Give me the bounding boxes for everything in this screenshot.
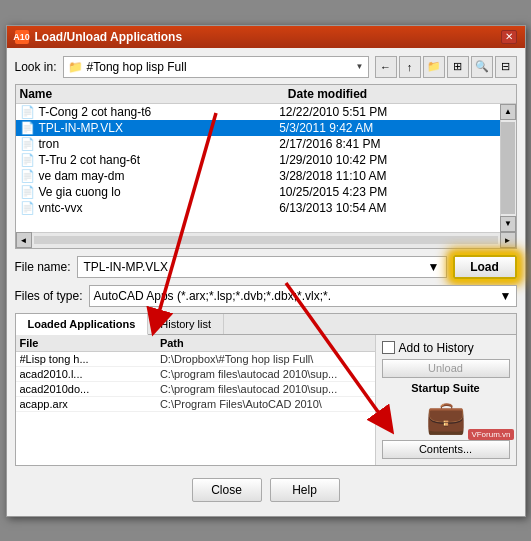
app-icon: A10 (15, 30, 29, 44)
filetype-label: Files of type: (15, 289, 83, 303)
close-button[interactable]: Close (192, 478, 262, 502)
loaded-apps-panel: File Path #Lisp tong h... D:\Dropbox\#To… (16, 335, 376, 465)
loaded-col-path: Path (160, 337, 371, 349)
file-icon: 📄 (20, 185, 35, 199)
loaded-col-file: File (20, 337, 160, 349)
file-list-rows: 📄T-Cong 2 cot hang-t6 12/22/2010 5:51 PM… (16, 104, 500, 232)
right-panel: Add to History Unload Startup Suite 💼 VF… (376, 335, 516, 465)
file-icon: 📄 (20, 121, 35, 135)
hscroll-left-button[interactable]: ◄ (16, 232, 32, 248)
file-row[interactable]: 📄ve dam may-dm 3/28/2018 11:10 AM (16, 168, 500, 184)
tabs-content: File Path #Lisp tong h... D:\Dropbox\#To… (16, 335, 516, 465)
loaded-row[interactable]: acad2010.l... C:\program files\autocad 2… (16, 367, 375, 382)
close-window-button[interactable]: ✕ (501, 30, 517, 44)
add-to-history-label: Add to History (399, 341, 474, 355)
look-in-row: Look in: 📁 #Tong hop lisp Full ▼ ← ↑ 📁 ⊞… (15, 56, 517, 78)
search-button[interactable]: 🔍 (471, 56, 493, 78)
file-icon: 📄 (20, 201, 35, 215)
view-button[interactable]: ⊞ (447, 56, 469, 78)
filetype-arrow: ▼ (500, 289, 512, 303)
briefcase-icon: 💼 (426, 398, 466, 436)
unload-button[interactable]: Unload (382, 359, 510, 378)
loaded-row[interactable]: acad2010do... C:\program files\autocad 2… (16, 382, 375, 397)
contents-button[interactable]: Contents... (382, 440, 510, 459)
file-list-area: Name Date modified 📄T-Cong 2 cot hang-t6… (15, 84, 517, 249)
tab-bar: Loaded Applications History list (16, 314, 516, 335)
file-row[interactable]: 📄TPL-IN-MP.VLX 5/3/2011 9:42 AM (16, 120, 500, 136)
file-list-header: Name Date modified (16, 85, 516, 104)
bottom-bar: Close Help (15, 472, 517, 508)
file-icon: 📄 (20, 137, 35, 151)
hscroll-right-button[interactable]: ► (500, 232, 516, 248)
toolbar-buttons: ← ↑ 📁 ⊞ 🔍 ⊟ (375, 56, 517, 78)
file-row[interactable]: 📄tron 2/17/2016 8:41 PM (16, 136, 500, 152)
tab-loaded-applications[interactable]: Loaded Applications (16, 314, 149, 335)
filename-dropdown-arrow[interactable]: ▼ (428, 260, 440, 274)
window-title: Load/Unload Applications (35, 30, 183, 44)
file-icon: 📄 (20, 105, 35, 119)
look-in-label: Look in: (15, 60, 57, 74)
briefcase-area: 💼 VForum.vn (382, 398, 510, 436)
new-folder-button[interactable]: 📁 (423, 56, 445, 78)
filetype-row: Files of type: AutoCAD Apps (*.arx;*.lsp… (15, 285, 517, 307)
filetype-dropdown[interactable]: AutoCAD Apps (*.arx;*.lsp;*.dvb;*.dbx;*.… (89, 285, 517, 307)
loaded-header: File Path (16, 335, 375, 352)
filename-row: File name: TPL-IN-MP.VLX ▼ Load (15, 255, 517, 279)
filetype-value: AutoCAD Apps (*.arx;*.lsp;*.dvb;*.dbx;*.… (94, 289, 331, 303)
file-row[interactable]: 📄Ve gia cuong lo 10/25/2015 4:23 PM (16, 184, 500, 200)
loaded-row[interactable]: acapp.arx C:\Program Files\AutoCAD 2010\ (16, 397, 375, 412)
col-date-header: Date modified (288, 87, 512, 101)
file-icon: 📄 (20, 153, 35, 167)
dropdown-arrow-icon: ▼ (356, 62, 364, 71)
loaded-row[interactable]: #Lisp tong h... D:\Dropbox\#Tong hop lis… (16, 352, 375, 367)
folder-icon: 📁 (68, 60, 83, 74)
tab-history-list[interactable]: History list (148, 314, 224, 334)
loaded-rows: #Lisp tong h... D:\Dropbox\#Tong hop lis… (16, 352, 375, 465)
back-button[interactable]: ← (375, 56, 397, 78)
help-button[interactable]: Help (270, 478, 340, 502)
tabs-section: Loaded Applications History list File Pa… (15, 313, 517, 466)
scroll-down-button[interactable]: ▼ (500, 216, 516, 232)
look-in-dropdown[interactable]: 📁 #Tong hop lisp Full ▼ (63, 56, 369, 78)
file-row[interactable]: 📄vntc-vvx 6/13/2013 10:54 AM (16, 200, 500, 216)
horizontal-scrollbar[interactable]: ◄ ► (16, 232, 516, 248)
scroll-thumb[interactable] (501, 122, 515, 214)
hscroll-track[interactable] (34, 236, 498, 244)
up-button[interactable]: ↑ (399, 56, 421, 78)
col-name-header: Name (20, 87, 288, 101)
vforum-watermark: VForum.vn (468, 429, 513, 440)
add-to-history-checkbox[interactable] (382, 341, 395, 354)
title-bar: A10 Load/Unload Applications ✕ (7, 26, 525, 48)
look-in-value: #Tong hop lisp Full (87, 60, 187, 74)
vertical-scrollbar[interactable]: ▲ ▼ (500, 104, 516, 232)
add-to-history-row: Add to History (382, 341, 510, 355)
file-icon: 📄 (20, 169, 35, 183)
filename-input[interactable]: TPL-IN-MP.VLX ▼ (77, 256, 447, 278)
file-row[interactable]: 📄T-Tru 2 cot hang-6t 1/29/2010 10:42 PM (16, 152, 500, 168)
file-row[interactable]: 📄T-Cong 2 cot hang-t6 12/22/2010 5:51 PM (16, 104, 500, 120)
filename-label: File name: (15, 260, 71, 274)
startup-suite-label: Startup Suite (382, 382, 510, 394)
filename-value: TPL-IN-MP.VLX (84, 260, 168, 274)
scroll-up-button[interactable]: ▲ (500, 104, 516, 120)
extra-button[interactable]: ⊟ (495, 56, 517, 78)
load-button[interactable]: Load (453, 255, 517, 279)
